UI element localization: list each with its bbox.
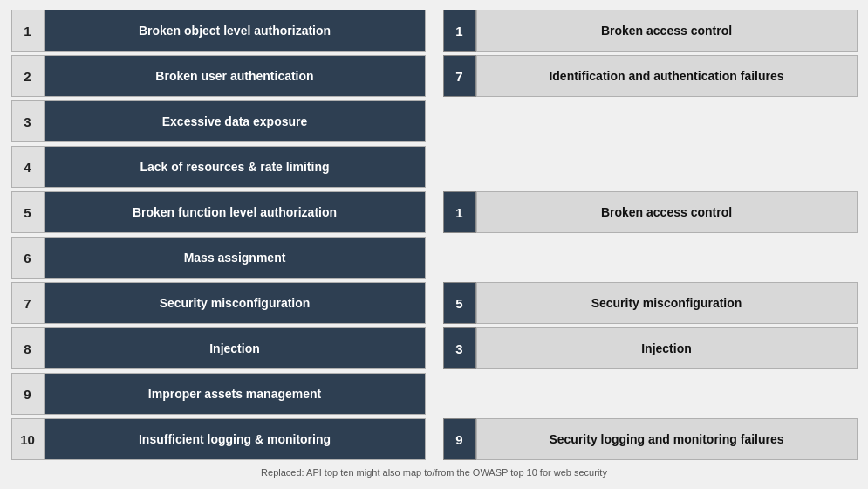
- left-item-label: Broken user authentication: [44, 55, 426, 97]
- right-item-label: Broken access control: [476, 191, 858, 233]
- left-row: 5Broken function level authorization: [11, 191, 426, 233]
- right-row-number: 3: [443, 327, 476, 369]
- left-row: 1Broken object level authorization: [11, 10, 426, 52]
- left-row: 10Insufficient logging & monitoring: [11, 418, 426, 460]
- right-row: 1Broken access control: [443, 191, 858, 233]
- row-number: 3: [11, 100, 44, 142]
- row-number: 10: [11, 418, 44, 460]
- right-row: 7Identification and authentication failu…: [443, 55, 858, 97]
- row-number: 2: [11, 55, 44, 97]
- left-item-label: Broken function level authorization: [44, 191, 426, 233]
- row-number: 8: [11, 327, 44, 369]
- right-row: 3Injection: [443, 327, 858, 369]
- right-item-label: Identification and authentication failur…: [476, 55, 858, 97]
- right-item-label: Broken access control: [476, 10, 858, 52]
- left-item-label: Lack of resources & rate limiting: [44, 146, 426, 188]
- right-item-label: Security misconfiguration: [476, 282, 858, 324]
- left-item-label: Improper assets management: [44, 373, 426, 415]
- right-row-number: 7: [443, 55, 476, 97]
- right-column: 1Broken access control7Identification an…: [443, 10, 858, 460]
- right-row-number: 1: [443, 191, 476, 233]
- left-item-label: Mass assignment: [44, 237, 426, 279]
- row-number: 7: [11, 282, 44, 324]
- main-container: 1Broken object level authorization2Broke…: [11, 1, 858, 488]
- left-row: 3Excessive data exposure: [11, 100, 426, 142]
- comparison-grid: 1Broken object level authorization2Broke…: [11, 10, 858, 460]
- right-row: 1Broken access control: [443, 10, 858, 52]
- right-item-label: Security logging and monitoring failures: [476, 418, 858, 460]
- left-item-label: Injection: [44, 327, 426, 369]
- row-number: 1: [11, 10, 44, 52]
- left-item-label: Security misconfiguration: [44, 282, 426, 324]
- left-row: 8Injection: [11, 327, 426, 369]
- left-row: 4Lack of resources & rate limiting: [11, 146, 426, 188]
- left-row: 2Broken user authentication: [11, 55, 426, 97]
- left-row: 9Improper assets management: [11, 373, 426, 415]
- left-column: 1Broken object level authorization2Broke…: [11, 10, 426, 460]
- row-number: 6: [11, 237, 44, 279]
- left-row: 6Mass assignment: [11, 237, 426, 279]
- right-row-number: 9: [443, 418, 476, 460]
- right-item-label: Injection: [476, 327, 858, 369]
- footer-text: Replaced: API top ten might also map to/…: [11, 465, 858, 479]
- left-item-label: Excessive data exposure: [44, 100, 426, 142]
- row-number: 5: [11, 191, 44, 233]
- left-item-label: Insufficient logging & monitoring: [44, 418, 426, 460]
- row-number: 9: [11, 373, 44, 415]
- right-row-number: 1: [443, 10, 476, 52]
- right-row: 9Security logging and monitoring failure…: [443, 418, 858, 460]
- left-item-label: Broken object level authorization: [44, 10, 426, 52]
- right-row-number: 5: [443, 282, 476, 324]
- row-number: 4: [11, 146, 44, 188]
- left-row: 7Security misconfiguration: [11, 282, 426, 324]
- right-row: 5Security misconfiguration: [443, 282, 858, 324]
